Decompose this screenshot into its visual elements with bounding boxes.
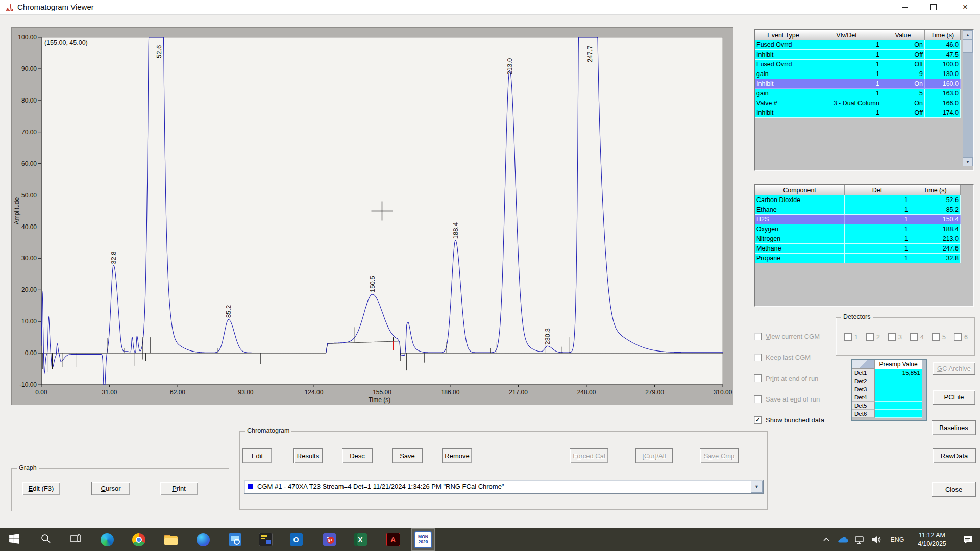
scroll-up-icon[interactable]: ▲ (963, 30, 973, 39)
detector-checkbox-1[interactable]: 1 (844, 333, 858, 341)
component-cell[interactable]: Oxygen (755, 224, 845, 234)
checkbox-view-current-cgm[interactable]: View current CGM (754, 333, 820, 340)
event-cell[interactable]: 1 (812, 60, 881, 69)
notification-center-button[interactable] (958, 528, 978, 551)
gc-archive-button[interactable]: GC Archive (933, 362, 975, 375)
preamp-value-cell[interactable]: 15,851 (875, 369, 922, 377)
taskbar-search-icon[interactable] (34, 528, 58, 551)
component-row[interactable]: Carbon Dioxide152.6 (755, 195, 973, 205)
event-row[interactable]: Inhibit1On160.0 (755, 79, 973, 89)
scroll-down-icon[interactable]: ▼ (963, 157, 973, 166)
event-row[interactable]: Inhibit1Off47.5 (755, 50, 973, 60)
event-cell[interactable]: 1 (812, 108, 881, 118)
chromatogram-chart[interactable]: 100.0090.0080.0070.0060.0050.0040.0030.0… (11, 27, 733, 405)
taskbar-acrobat-icon[interactable]: A (381, 528, 405, 551)
component-cell[interactable]: 1 (845, 205, 910, 215)
event-cell[interactable]: Valve # (755, 98, 812, 108)
component-cell[interactable]: Propane (755, 254, 845, 263)
scrollbar-thumb[interactable] (963, 39, 973, 53)
component-row[interactable]: Methane1247.6 (755, 244, 973, 254)
checkbox-print-at-end-of-run[interactable]: Print at end of run (754, 374, 818, 382)
event-column-header[interactable]: Value (881, 30, 925, 40)
event-row[interactable]: gain19130.0 (755, 69, 973, 79)
volume-icon[interactable] (868, 528, 884, 551)
detector-checkbox-6[interactable]: 6 (954, 333, 968, 341)
event-cell[interactable]: 5 (881, 89, 925, 98)
results-button[interactable]: Results (293, 448, 323, 463)
detector-checkbox-5[interactable]: 5 (932, 333, 946, 341)
checkbox-box[interactable]: ✓ (754, 416, 762, 424)
onedrive-icon[interactable] (835, 528, 851, 551)
checkbox-box[interactable] (954, 333, 962, 341)
cursor-button[interactable]: Cursor (91, 482, 130, 495)
event-table[interactable]: Event TypeVlv/DetValueTime (s)Fused Ovrr… (754, 29, 974, 171)
event-cell[interactable]: gain (755, 89, 812, 98)
cgm-dropdown[interactable]: CGM #1 - 470XA T23 Stream=4 Det=1 11/21/… (244, 480, 764, 494)
component-cell[interactable]: H2S (755, 215, 845, 224)
print-button[interactable]: Print (160, 482, 198, 495)
taskbar-task-view-icon[interactable] (64, 528, 87, 551)
component-cell[interactable]: 52.6 (910, 195, 961, 205)
edit-button[interactable]: Edit (242, 448, 272, 463)
event-cell[interactable]: 9 (881, 69, 925, 79)
event-cell[interactable]: 163.0 (925, 89, 961, 98)
raw-data-button[interactable]: Raw Data (933, 448, 976, 463)
component-row[interactable]: Ethane185.2 (755, 205, 973, 215)
component-cell[interactable]: 188.4 (910, 224, 961, 234)
event-row[interactable]: Fused Ovrrd1Off100.0 (755, 60, 973, 69)
component-cell[interactable]: 1 (845, 195, 910, 205)
component-table[interactable]: ComponentDetTime (s)Carbon Dioxide152.6E… (754, 184, 974, 307)
checkbox-box[interactable] (844, 333, 852, 341)
component-cell[interactable]: 32.8 (910, 254, 961, 263)
taskbar-chrome-icon[interactable] (127, 528, 151, 551)
checkbox-save-at-end-of-run[interactable]: Save at end of run (754, 395, 820, 403)
component-cell[interactable]: Nitrogen (755, 234, 845, 244)
component-cell[interactable]: 247.6 (910, 244, 961, 254)
taskbar-start-icon[interactable] (3, 528, 26, 551)
dropdown-arrow-icon[interactable]: ▼ (751, 481, 763, 493)
taskbar-mon-2020-icon[interactable]: MON2020 (411, 528, 435, 551)
checkbox-box[interactable] (910, 333, 918, 341)
edit-f3--button[interactable]: Edit (F3) (22, 482, 60, 495)
event-cell[interactable]: 130.0 (925, 69, 961, 79)
event-cell[interactable]: 47.5 (925, 50, 961, 60)
event-cell[interactable]: 174.0 (925, 108, 961, 118)
-cur-all-button[interactable]: [Cur]/All (635, 448, 673, 463)
taskbar-edge-icon[interactable] (95, 528, 119, 551)
component-cell[interactable]: 150.4 (910, 215, 961, 224)
event-cell[interactable]: 1 (812, 50, 881, 60)
checkbox-box[interactable] (932, 333, 940, 341)
event-cell[interactable]: 3 - Dual Column (812, 98, 881, 108)
event-cell[interactable]: On (881, 98, 925, 108)
taskbar-remote-desktop-icon[interactable] (223, 528, 247, 551)
preamp-value-cell[interactable] (875, 393, 922, 402)
preamp-table[interactable]: Preamp Value Det1 15,851Det2 Det3 Det4 D… (851, 359, 927, 421)
event-cell[interactable]: 160.0 (925, 79, 961, 89)
event-cell[interactable]: On (881, 40, 925, 50)
detector-checkbox-4[interactable]: 4 (910, 333, 924, 341)
taskbar-teams-icon[interactable]: T9+ (317, 528, 341, 551)
component-row[interactable]: H2S1150.4 (755, 215, 973, 224)
taskbar-clock[interactable]: 11:12 AM 4/10/2025 (910, 528, 954, 551)
component-row[interactable]: Oxygen1188.4 (755, 224, 973, 234)
event-cell[interactable]: 100.0 (925, 60, 961, 69)
event-cell[interactable]: Off (881, 50, 925, 60)
event-row[interactable]: Valve #3 - Dual ColumnOn166.0 (755, 98, 973, 108)
taskbar-file-explorer-icon[interactable] (159, 528, 183, 551)
event-row[interactable]: Fused Ovrrd1On46.0 (755, 40, 973, 50)
tray-expand-button[interactable] (819, 528, 834, 551)
event-cell[interactable]: 1 (812, 89, 881, 98)
pc-file-button[interactable]: PC File (933, 390, 975, 405)
event-cell[interactable]: 46.0 (925, 40, 961, 50)
taskbar-terminal-icon[interactable] (254, 528, 277, 551)
event-column-header[interactable]: Vlv/Det (812, 30, 881, 40)
event-table-scrollbar[interactable]: ▲ ▼ (963, 30, 973, 166)
maximize-button[interactable] (922, 0, 945, 14)
event-cell[interactable]: Off (881, 108, 925, 118)
component-column-header[interactable]: Time (s) (910, 185, 961, 195)
component-cell[interactable]: 85.2 (910, 205, 961, 215)
component-cell[interactable]: 1 (845, 215, 910, 224)
component-row[interactable]: Propane132.8 (755, 254, 973, 263)
close-window-button[interactable]: × (951, 0, 979, 14)
taskbar-outlook-icon[interactable]: O (284, 528, 308, 551)
